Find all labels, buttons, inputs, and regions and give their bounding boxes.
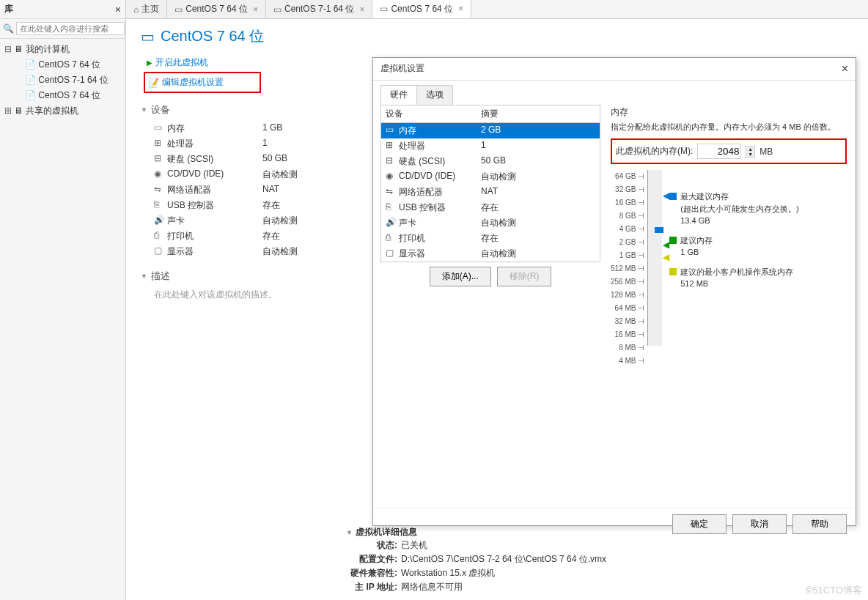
device-icon: ⎘ — [154, 199, 167, 212]
memory-scale-tick: 64 MB ⊣ — [615, 302, 645, 314]
library-sidebar: 库 × 🔍 ▾ ⊟ 🖥 我的计算机 📄 CentOS 7 64 位 📄 Cent… — [0, 0, 126, 600]
memory-unit: MB — [760, 147, 773, 157]
home-icon: ⌂ — [133, 4, 139, 15]
legend-max-label: 最大建议内存 — [680, 190, 798, 203]
library-tree: ⊟ 🖥 我的计算机 📄 CentOS 7 64 位 📄 CentOS 7-1 6… — [0, 39, 125, 122]
device-value: NAT — [262, 184, 279, 196]
memory-scale-tick: 4 GB ⊣ — [619, 223, 645, 234]
hardware-item[interactable]: ⊟硬盘 (SCSI)50 GB — [381, 154, 600, 169]
device-name: 内存 — [167, 122, 262, 135]
hw-value: 2 GB — [481, 125, 501, 137]
hardware-item[interactable]: ▭内存2 GB — [381, 123, 600, 138]
vm-settings-dialog: 虚拟机设置 × 硬件 选项 设备 摘要 ▭内存2 GB⊞处理器1⊟硬盘 (SCS… — [372, 57, 856, 526]
sidebar-title: 库 — [4, 3, 13, 15]
hw-value: 1 — [481, 140, 486, 152]
hw-value: 存在 — [481, 232, 499, 245]
memory-scale-tick: 64 GB ⊣ — [615, 170, 644, 182]
tab-close-icon[interactable]: × — [458, 4, 463, 14]
dialog-cancel-button[interactable]: 取消 — [732, 514, 787, 534]
dialog-tab-options[interactable]: 选项 — [416, 85, 453, 105]
hw-value: 自动检测 — [481, 217, 516, 229]
hw-name: USB 控制器 — [399, 201, 481, 214]
search-icon: 🔍 — [3, 23, 14, 34]
device-value: 自动检测 — [262, 215, 298, 227]
hw-value: 50 GB — [481, 155, 506, 168]
legend-max-value: 13.4 GB — [680, 215, 798, 227]
hardware-item[interactable]: ⎘USB 控制器存在 — [381, 200, 600, 215]
legend-square-yellow — [669, 268, 677, 275]
hardware-item[interactable]: 🔊声卡自动检测 — [381, 215, 600, 231]
spinner-up-icon[interactable]: ▲ — [746, 147, 754, 152]
memory-slider[interactable]: ◀ ◀ ◀ — [647, 170, 662, 346]
slider-thumb[interactable] — [655, 227, 663, 233]
dialog-tab-hardware[interactable]: 硬件 — [380, 85, 417, 105]
memory-scale-tick: 32 GB ⊣ — [615, 183, 644, 195]
memory-scale-tick: 32 MB ⊣ — [615, 315, 645, 327]
memory-input-label: 此虚拟机的内存(M): — [616, 145, 693, 158]
hardware-item[interactable]: ⇋网络适配器NAT — [381, 185, 600, 200]
hardware-item[interactable]: ⊞处理器1 — [381, 138, 600, 154]
tab-home[interactable]: ⌂主页 — [126, 0, 167, 18]
memory-settings-panel: 内存 指定分配给此虚拟机的内存量。内存大小必须为 4 MB 的倍数。 此虚拟机的… — [609, 105, 848, 500]
device-value: 自动检测 — [262, 168, 298, 181]
dialog-close-icon[interactable]: × — [842, 62, 848, 75]
memory-input[interactable] — [697, 144, 741, 159]
dialog-title: 虚拟机设置 — [380, 62, 424, 75]
tab-vm-active[interactable]: ▭CentOS 7 64 位× — [372, 0, 471, 18]
tab-close-icon[interactable]: × — [253, 4, 258, 15]
hardware-item[interactable]: ▢显示器自动检测 — [381, 246, 600, 262]
tree-vm-item[interactable]: 📄 CentOS 7 64 位 — [3, 57, 122, 73]
device-value: 自动检测 — [262, 245, 298, 258]
hw-name: CD/DVD (IDE) — [399, 171, 481, 183]
detail-label: 硬件兼容性: — [346, 567, 397, 579]
library-search-input[interactable] — [16, 22, 125, 35]
hw-icon: ⊞ — [386, 140, 399, 152]
hw-icon: ◉ — [386, 171, 399, 183]
add-hardware-button[interactable]: 添加(A)... — [430, 267, 491, 286]
watermark: ©51CTO博客 — [806, 584, 862, 597]
tab-close-icon[interactable]: × — [359, 4, 364, 15]
detail-value: 已关机 — [401, 539, 427, 552]
legend-square-blue — [669, 193, 677, 200]
memory-scale-tick: 4 MB ⊣ — [619, 355, 644, 366]
device-value: 1 GB — [262, 122, 282, 135]
device-name: USB 控制器 — [167, 199, 262, 212]
tab-vm[interactable]: ▭CentOS 7-1 64 位× — [266, 0, 372, 18]
sidebar-close-icon[interactable]: × — [115, 4, 121, 15]
detail-label: 配置文件: — [346, 553, 397, 566]
hw-name: 处理器 — [399, 140, 481, 152]
hw-value: 存在 — [481, 201, 499, 214]
device-icon: ▭ — [154, 122, 167, 135]
tree-root-my-computer[interactable]: ⊟ 🖥 我的计算机 — [3, 42, 122, 57]
hw-icon: ▢ — [386, 248, 399, 260]
dialog-help-button[interactable]: 帮助 — [792, 514, 847, 534]
dialog-ok-button[interactable]: 确定 — [672, 514, 727, 534]
memory-title: 内存 — [611, 106, 847, 119]
hw-icon: ▭ — [386, 125, 399, 137]
memory-scale-tick: 512 MB ⊣ — [611, 262, 644, 274]
hw-value: 自动检测 — [481, 171, 516, 183]
memory-spinner[interactable]: ▲▼ — [746, 146, 755, 158]
marker-max-icon: ◀ — [663, 190, 669, 201]
edit-settings-link[interactable]: 📝编辑虚拟机设置 — [144, 72, 261, 93]
detail-label: 状态: — [346, 539, 397, 552]
spinner-down-icon[interactable]: ▼ — [746, 152, 754, 157]
device-name: 显示器 — [167, 245, 262, 258]
memory-scale-tick: 1 GB ⊣ — [619, 249, 645, 261]
tree-vm-item[interactable]: 📄 CentOS 7-1 64 位 — [3, 73, 122, 88]
hardware-item[interactable]: ⎙打印机存在 — [381, 231, 600, 246]
vm-icon: ▭ — [141, 28, 155, 45]
tree-vm-item[interactable]: 📄 CentOS 7 64 位 — [3, 88, 122, 103]
remove-hardware-button[interactable]: 移除(R) — [497, 267, 552, 286]
hardware-item[interactable]: ◉CD/DVD (IDE)自动检测 — [381, 169, 600, 185]
memory-scale-tick: 8 GB ⊣ — [619, 210, 645, 221]
detail-value: D:\CentOS 7\CentOS 7-2 64 位\CentOS 7 64 … — [401, 553, 606, 566]
device-icon: 🔊 — [154, 215, 167, 227]
device-value: 50 GB — [262, 153, 287, 166]
memory-scale-tick: 128 MB ⊣ — [611, 289, 644, 300]
legend-rec-value: 1 GB — [680, 246, 713, 259]
hw-icon: ⎘ — [386, 201, 399, 214]
tab-vm[interactable]: ▭CentOS 7 64 位× — [167, 0, 266, 18]
device-name: 处理器 — [167, 138, 262, 150]
tree-shared-vms[interactable]: ⊞ 🖥 共享的虚拟机 — [3, 103, 122, 119]
